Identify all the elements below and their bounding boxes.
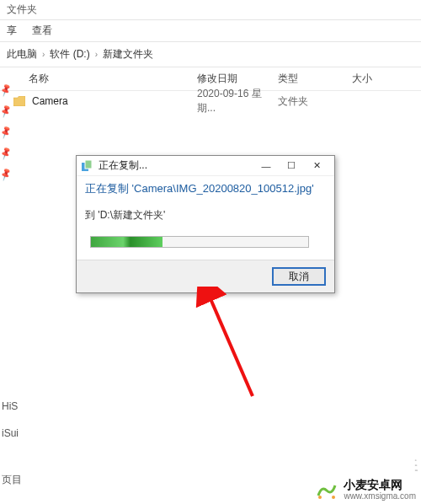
progress-bar (90, 236, 309, 248)
maximize-button[interactable]: ☐ (279, 158, 304, 174)
watermark: 小麦安卓网 www.xmsigma.com (315, 479, 416, 502)
folder-icon (12, 95, 27, 107)
dialog-title: 正在复制... (99, 158, 253, 173)
progress-fill (91, 237, 163, 247)
svg-point-3 (318, 496, 322, 499)
sidebar-bottom: HiS iSui 页目 (0, 385, 51, 487)
sidebar-item[interactable]: 页目 (2, 473, 51, 487)
column-name[interactable]: 名称 (29, 72, 197, 86)
dialog-header-path: Camera\IMG_20200820_100512.jpg (134, 182, 312, 195)
pin-icon: 📌 (0, 104, 13, 119)
breadcrumb-folder[interactable]: 新建文件夹 (103, 47, 153, 62)
svg-rect-1 (85, 160, 92, 169)
menu-view[interactable]: 查看 (32, 24, 52, 38)
dialog-header-prefix: 正在复制 ' (85, 182, 134, 195)
breadcrumb-drive[interactable]: 软件 (D:) (50, 47, 89, 62)
copy-icon (82, 160, 93, 172)
copy-progress-dialog: 正在复制... — ☐ ✕ 正在复制 'Camera\IMG_20200820_… (76, 155, 335, 293)
dialog-body: 到 'D:\新建文件夹' (77, 201, 334, 260)
file-date: 2020-09-16 星期... (197, 87, 278, 115)
file-name: Camera (32, 95, 197, 107)
pin-icon: 📌 (0, 125, 13, 140)
dialog-footer: 取消 (77, 260, 334, 292)
dialog-destination: 到 'D:\新建文件夹' (85, 208, 326, 223)
chevron-right-icon: › (95, 50, 98, 59)
watermark-url: www.xmsigma.com (344, 491, 416, 502)
pin-icon: 📌 (0, 83, 13, 98)
window-title: 文件夹 (7, 3, 37, 17)
menu-share[interactable]: 享 (7, 24, 17, 38)
pin-icon: 📌 (0, 167, 13, 182)
dialog-header-suffix: ' (312, 182, 313, 195)
breadcrumb-root[interactable]: 此电脑 (7, 47, 37, 62)
column-size[interactable]: 大小 (352, 72, 421, 86)
cancel-button[interactable]: 取消 (272, 267, 326, 286)
logo-icon (315, 479, 338, 502)
pin-icon: 📌 (0, 146, 13, 161)
sidebar-item[interactable]: HiS (2, 400, 51, 412)
dialog-titlebar[interactable]: 正在复制... — ☐ ✕ (77, 156, 334, 176)
watermark-title: 小麦安卓网 (344, 479, 416, 491)
close-button[interactable]: ✕ (304, 158, 329, 174)
column-date[interactable]: 修改日期 (197, 72, 278, 86)
minimize-button[interactable]: — (253, 158, 279, 174)
dialog-header: 正在复制 'Camera\IMG_20200820_100512.jpg' (77, 176, 334, 201)
sidebar-item[interactable]: iSui (2, 427, 51, 439)
table-row[interactable]: Camera 2020-09-16 星期... 文件夹 (0, 91, 421, 111)
chevron-right-icon: › (42, 50, 45, 59)
svg-point-4 (332, 496, 335, 499)
breadcrumb[interactable]: 此电脑 › 软件 (D:) › 新建文件夹 (0, 42, 421, 67)
resize-grip-icon[interactable]: . .. . .. . . . (414, 455, 416, 470)
quick-access-pins: 📌 📌 📌 📌 📌 (0, 84, 12, 219)
column-type[interactable]: 类型 (278, 72, 352, 86)
menubar: 享 查看 (0, 20, 421, 42)
file-type: 文件夹 (278, 94, 352, 109)
window-titlebar: 文件夹 (0, 0, 421, 20)
